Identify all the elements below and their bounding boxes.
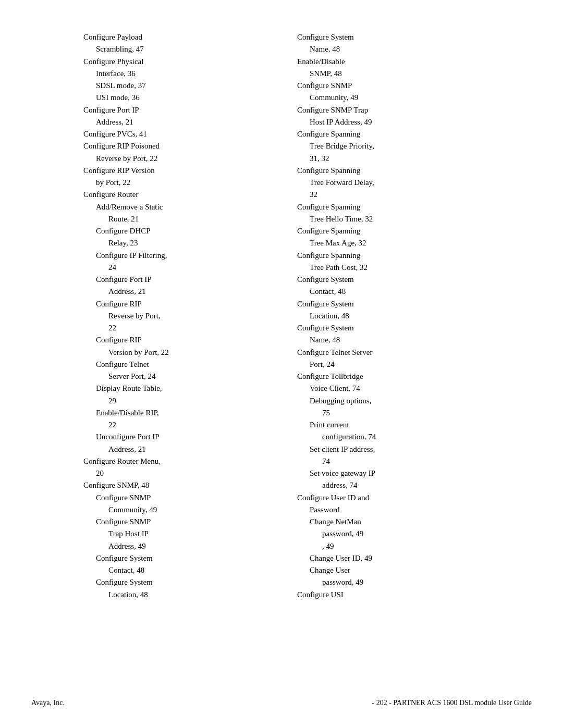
index-entry: Scrambling, 47 — [83, 43, 266, 55]
index-entry: Configure System — [297, 31, 480, 43]
index-entry: Tree Forward Delay, — [297, 177, 480, 189]
index-entry: Trap Host IP — [83, 528, 266, 540]
index-entry: Configure Spanning — [297, 225, 480, 237]
index-entry: Address, 21 — [83, 443, 266, 455]
index-entry: Route, 21 — [83, 213, 266, 225]
index-entry: Print current — [297, 419, 480, 431]
index-entry: 32 — [297, 189, 480, 201]
index-entry: Tree Bridge Priority, — [297, 140, 480, 152]
index-entry: Unconfigure Port IP — [83, 431, 266, 443]
index-entry: 20 — [83, 467, 266, 479]
index-entry: Configure SNMP Trap — [297, 104, 480, 116]
index-entry: Community, 49 — [297, 92, 480, 104]
index-entry: address, 74 — [297, 479, 480, 491]
index-entry: Version by Port, 22 — [83, 347, 266, 359]
index-entry: 22 — [83, 419, 266, 431]
index-entry: Configure User ID and — [297, 492, 480, 504]
index-entry: Change User ID, 49 — [297, 552, 480, 564]
index-entry: Configure RIP — [83, 334, 266, 346]
index-entry: Voice Client, 74 — [297, 382, 480, 394]
index-entry: Tree Path Cost, 32 — [297, 262, 480, 274]
index-entry: Reverse by Port, — [83, 310, 266, 322]
index-entry: Password — [297, 504, 480, 516]
index-entry: USI mode, 36 — [83, 92, 266, 104]
index-entry: Configure Router Menu, — [83, 455, 266, 467]
index-entry: password, 49 — [297, 576, 480, 588]
index-entry: Configure Spanning — [297, 201, 480, 213]
index-entry: 75 — [297, 407, 480, 419]
index-entry: Configure SNMP — [297, 80, 480, 92]
index-entry: by Port, 22 — [83, 177, 266, 189]
index-entry: Configure Telnet — [83, 359, 266, 371]
index-entry: Configure Payload — [83, 31, 266, 43]
index-entry: Display Route Table, — [83, 382, 266, 394]
index-entry: Tree Max Age, 32 — [297, 237, 480, 249]
index-entry: Port, 24 — [297, 359, 480, 371]
index-entry: 22 — [83, 322, 266, 334]
index-entry: Set client IP address, — [297, 443, 480, 455]
index-entry: Configure DHCP — [83, 225, 266, 237]
index-entry: SDSL mode, 37 — [83, 80, 266, 92]
page-content: Configure PayloadScrambling, 47Configure… — [0, 0, 563, 677]
index-entry: Community, 49 — [83, 504, 266, 516]
footer-center: - 202 - PARTNER ACS 1600 DSL module User… — [372, 699, 532, 707]
index-entry: SNMP, 48 — [297, 68, 480, 80]
index-entry: Reverse by Port, 22 — [83, 153, 266, 165]
index-entry: configuration, 74 — [297, 431, 480, 443]
footer: Avaya, Inc. - 202 - PARTNER ACS 1600 DSL… — [0, 699, 563, 707]
index-entry: Configure Physical — [83, 56, 266, 68]
index-entry: Configure USI — [297, 589, 480, 601]
index-entry: Host IP Address, 49 — [297, 116, 480, 128]
left-column: Configure PayloadScrambling, 47Configure… — [83, 31, 266, 636]
index-entry: Relay, 23 — [83, 237, 266, 249]
index-entry: Set voice gateway IP — [297, 467, 480, 479]
index-entry: Configure Spanning — [297, 250, 480, 262]
index-entry: Configure SNMP — [83, 516, 266, 528]
index-entry: 31, 32 — [297, 153, 480, 165]
index-entry: Change NetMan — [297, 516, 480, 528]
index-entry: Configure Port IP — [83, 104, 266, 116]
index-entry: Configure Router — [83, 189, 266, 201]
index-entry: Configure Port IP — [83, 274, 266, 286]
footer-left: Avaya, Inc. — [31, 699, 65, 707]
index-entry: Configure System — [83, 552, 266, 564]
index-entry: Contact, 48 — [297, 286, 480, 298]
index-entry: Configure System — [83, 576, 266, 588]
index-entry: Enable/Disable RIP, — [83, 407, 266, 419]
index-entry: Location, 48 — [83, 589, 266, 601]
index-entry: Configure Spanning — [297, 128, 480, 140]
index-entry: Name, 48 — [297, 43, 480, 55]
index-entry: Configure System — [297, 274, 480, 286]
index-entry: Configure Telnet Server — [297, 347, 480, 359]
index-entry: Configure Spanning — [297, 165, 480, 177]
index-entry: 74 — [297, 455, 480, 467]
index-entry: Tree Hello Time, 32 — [297, 213, 480, 225]
index-entry: Configure SNMP, 48 — [83, 479, 266, 491]
index-entry: Configure System — [297, 298, 480, 310]
index-entry: Configure RIP Version — [83, 165, 266, 177]
index-entry: Configure SNMP — [83, 492, 266, 504]
index-entry: Configure Tollbridge — [297, 371, 480, 382]
right-column: Configure SystemName, 48Enable/DisableSN… — [297, 31, 480, 636]
index-entry: Debugging options, — [297, 395, 480, 407]
index-entry: password, 49 — [297, 528, 480, 540]
index-entry: Configure PVCs, 41 — [83, 128, 266, 140]
index-entry: Address, 49 — [83, 540, 266, 552]
index-entry: Configure System — [297, 322, 480, 334]
index-entry: Configure RIP — [83, 298, 266, 310]
index-entry: Address, 21 — [83, 116, 266, 128]
index-entry: Location, 48 — [297, 310, 480, 322]
index-entry: Configure RIP Poisoned — [83, 140, 266, 152]
index-entry: Add/Remove a Static — [83, 201, 266, 213]
index-entry: Configure IP Filtering, — [83, 250, 266, 262]
index-entry: Enable/Disable — [297, 56, 480, 68]
index-entry: Interface, 36 — [83, 68, 266, 80]
index-entry: Contact, 48 — [83, 564, 266, 576]
index-entry: Server Port, 24 — [83, 371, 266, 382]
index-entry: Change User — [297, 564, 480, 576]
index-entry: , 49 — [297, 540, 480, 552]
index-entry: Address, 21 — [83, 286, 266, 298]
index-entry: Name, 48 — [297, 334, 480, 346]
index-entry: 29 — [83, 395, 266, 407]
index-entry: 24 — [83, 262, 266, 274]
